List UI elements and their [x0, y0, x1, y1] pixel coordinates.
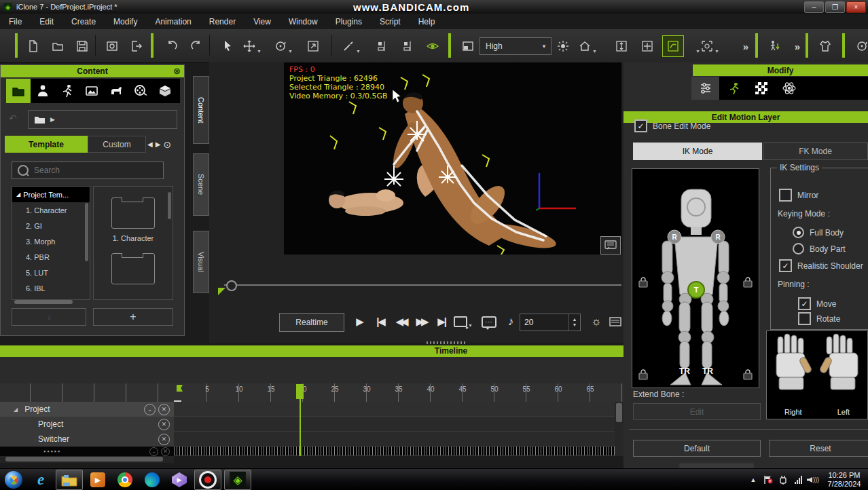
menu-window[interactable]: Window — [280, 17, 327, 26]
track-row-project[interactable]: ◢ Project ⌄ ✕ — [0, 402, 174, 417]
tree-item-gi[interactable]: 2. GI — [12, 218, 90, 233]
ik-mode-button[interactable]: IK Mode — [633, 143, 762, 160]
network-signal-icon[interactable] — [791, 469, 806, 490]
extend-bone-edit-button[interactable]: Edit — [633, 403, 761, 420]
content-panel-header[interactable]: Content ⊗ — [1, 65, 184, 77]
tab-physics[interactable] — [775, 77, 803, 100]
transform-space-button[interactable]: ▼ — [700, 36, 720, 56]
timeline-panel-toggle[interactable] — [606, 313, 625, 331]
first-frame-button[interactable]: |◀ — [371, 313, 390, 331]
last-frame-button[interactable]: ▶| — [432, 313, 451, 331]
rewind-button[interactable]: ◀◀ — [391, 313, 410, 331]
undo-button[interactable] — [162, 36, 182, 56]
mirror-row[interactable]: Mirror — [779, 189, 818, 202]
tab-motion[interactable] — [719, 77, 747, 100]
lane-keyframes[interactable] — [174, 447, 615, 456]
render-settings-gear[interactable]: ☼ — [587, 313, 606, 331]
open-project-button[interactable] — [48, 36, 68, 56]
category-scene[interactable] — [79, 79, 104, 103]
volume-icon[interactable]: ))) — [806, 469, 820, 490]
mirror-checkbox[interactable] — [779, 189, 792, 202]
track-row-collapsed[interactable]: ▪▪▪▪▪ ⌄ ✕ — [0, 447, 174, 456]
pin-rotate-checkbox[interactable] — [798, 312, 811, 325]
new-project-button[interactable] — [23, 36, 43, 56]
thumbs-scrollbar[interactable] — [168, 192, 171, 219]
menu-create[interactable]: Create — [62, 17, 105, 26]
audio-note-button[interactable]: ♪ — [501, 313, 520, 331]
taskbar-chrome-icon[interactable] — [111, 470, 139, 490]
menu-view[interactable]: View — [245, 17, 280, 26]
physics-button[interactable] — [852, 36, 868, 56]
lane-switcher[interactable] — [174, 432, 615, 447]
track-remove-icon[interactable]: ✕ — [161, 447, 170, 456]
select-tool-button[interactable] — [217, 36, 238, 56]
menu-animation[interactable]: Animation — [146, 17, 200, 26]
lock-icon[interactable] — [744, 370, 752, 379]
tree-item-character[interactable]: 1. Character — [12, 202, 90, 218]
menu-script[interactable]: Script — [371, 17, 410, 26]
range-start-flag[interactable] — [177, 385, 183, 392]
link-tool-button[interactable]: ▼ — [341, 36, 361, 56]
tree-item-morph[interactable]: 3. Morph — [12, 233, 90, 249]
align-button[interactable] — [372, 36, 393, 56]
menu-modify[interactable]: Modify — [105, 17, 146, 26]
pin-rotate-row[interactable]: Rotate — [798, 312, 840, 325]
tree-item-pbr[interactable]: 4. PBR — [12, 249, 90, 265]
body-part-radio[interactable] — [793, 243, 804, 255]
restore-button[interactable]: ❐ — [825, 1, 845, 13]
visibility-eye-button[interactable] — [422, 36, 443, 56]
tab-scroll-left-icon[interactable]: ◀ — [147, 140, 153, 148]
frame-spinner[interactable]: ▲▼ — [568, 314, 580, 331]
menu-file[interactable]: File — [0, 17, 31, 26]
reset-button[interactable]: Reset — [769, 440, 868, 457]
scale-tool-button[interactable] — [303, 36, 323, 56]
power-plug-icon[interactable] — [776, 469, 791, 490]
left-shoulder-handle[interactable]: R — [672, 233, 677, 241]
motion-tools-button[interactable] — [765, 36, 785, 56]
play-button[interactable]: ▶ — [350, 313, 369, 331]
track-collapse-icon[interactable]: ⌄ — [144, 404, 156, 415]
menu-help[interactable]: Help — [410, 17, 444, 26]
taskbar-bandicam-icon[interactable] — [194, 470, 221, 490]
lock-icon[interactable] — [639, 370, 647, 379]
taskbar-explorer-icon[interactable] — [56, 470, 83, 490]
side-tab-content[interactable]: Content — [193, 76, 209, 144]
pin-move-row[interactable]: ✓ Move — [798, 297, 836, 310]
align-add-button[interactable] — [398, 36, 418, 56]
loop-mode-button[interactable]: ▼ — [454, 313, 473, 331]
right-shoulder-handle[interactable]: R — [715, 233, 721, 241]
fk-mode-button[interactable]: FK Mode — [763, 143, 868, 160]
bone-edit-checkbox[interactable]: ✓ — [634, 119, 647, 132]
tab-sliders[interactable] — [691, 77, 719, 100]
bone-edit-mode-row[interactable]: ✓ Bone Edit Mode — [634, 119, 710, 132]
left-ankle-handle[interactable]: TR — [679, 366, 690, 376]
menu-plugins[interactable]: Plugins — [327, 17, 371, 26]
save-project-button[interactable] — [72, 36, 92, 56]
full-body-row[interactable]: Full Body — [793, 227, 844, 238]
action-center-flag-icon[interactable] — [761, 469, 776, 490]
lane-project-child[interactable] — [174, 417, 615, 432]
modify-panel-header[interactable]: Modify — [693, 64, 868, 76]
body-part-row[interactable]: Body Part — [793, 243, 846, 255]
right-ankle-handle[interactable]: TR — [702, 366, 713, 376]
tree-item-lut[interactable]: 5. LUT — [12, 265, 90, 280]
gizmo-mode-button[interactable] — [663, 36, 683, 56]
track-remove-icon[interactable]: ✕ — [158, 404, 170, 415]
thumb-next-folder[interactable] — [94, 242, 173, 284]
timeline-drag-handle[interactable] — [427, 341, 467, 344]
pin-move-checkbox[interactable]: ✓ — [798, 297, 811, 310]
fit-vertical-button[interactable] — [611, 36, 632, 56]
category-animation[interactable] — [55, 79, 79, 103]
realistic-shoulder-checkbox[interactable]: ✓ — [779, 259, 792, 272]
export-button[interactable] — [126, 36, 147, 56]
track-remove-icon[interactable]: ✕ — [158, 419, 170, 430]
taskbar-mediaplayer-icon[interactable]: ▶ — [84, 470, 111, 490]
quality-select[interactable]: High▼ — [480, 37, 551, 55]
tab-scroll-right-icon[interactable]: ▶ — [156, 140, 161, 148]
track-remove-icon[interactable]: ✕ — [158, 434, 170, 445]
category-animal[interactable] — [104, 79, 128, 103]
move-tool-button[interactable]: ▼ — [242, 36, 262, 56]
timeline-header[interactable]: Timeline — [0, 345, 623, 357]
redo-button[interactable] — [186, 36, 206, 56]
tab-custom[interactable]: Custom — [88, 136, 146, 153]
